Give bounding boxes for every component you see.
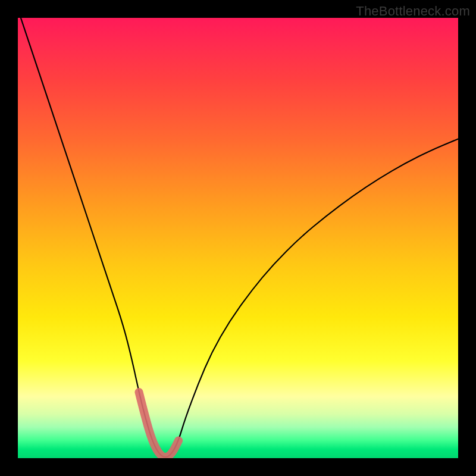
minimum-highlight bbox=[139, 392, 179, 457]
plot-area bbox=[18, 18, 458, 458]
watermark-text: TheBottleneck.com bbox=[356, 4, 470, 19]
chart-frame: TheBottleneck.com bbox=[0, 0, 476, 476]
curve-svg bbox=[18, 18, 458, 458]
bottleneck-curve bbox=[18, 18, 458, 457]
